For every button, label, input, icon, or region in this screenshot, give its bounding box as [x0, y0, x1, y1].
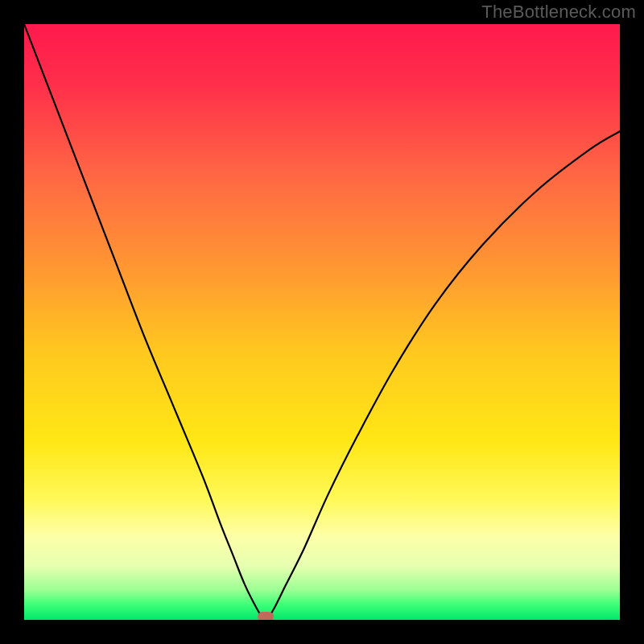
chart-frame: TheBottleneck.com	[0, 0, 644, 644]
optimal-point-marker	[258, 612, 274, 620]
watermark-text: TheBottleneck.com	[481, 2, 636, 23]
plot-area	[24, 24, 620, 620]
curve-layer	[24, 24, 620, 620]
bottleneck-curve	[24, 24, 620, 618]
